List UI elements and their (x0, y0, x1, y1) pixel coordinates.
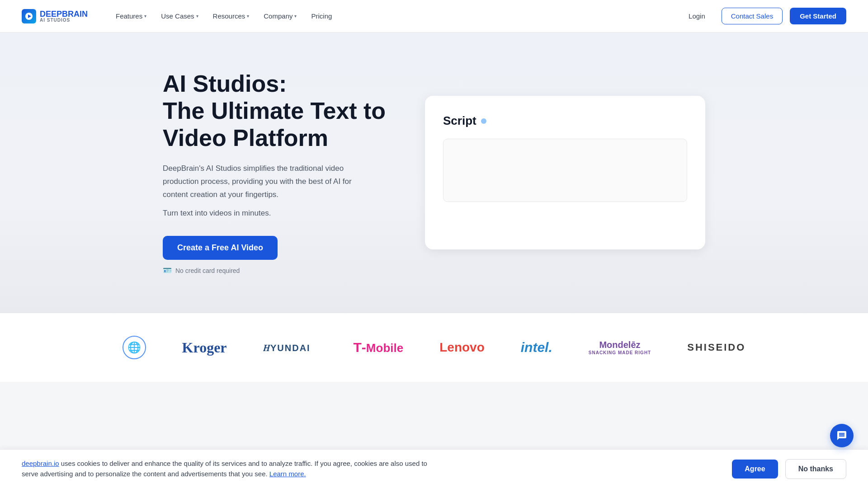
svg-text:𝐻YUNDAI: 𝐻YUNDAI (263, 343, 311, 353)
script-card: Script (425, 96, 705, 249)
logo-textgroup: DEEPBRAIN AI STUDIOS (40, 10, 88, 23)
brand-kroger: Kroger (182, 339, 227, 356)
hero-title-line1: AI Studios: (163, 70, 287, 97)
navbar: DEEPBRAIN AI STUDIOS Features ▾ Use Case… (0, 0, 868, 33)
cookie-banner: deepbrain.io uses cookies to deliver and… (0, 449, 868, 488)
hero-description: DeepBrain's AI Studios simplifies the tr… (163, 162, 353, 202)
no-credit-card-note: 🪪 No credit card required (163, 266, 389, 275)
cookie-learn-more-link[interactable]: Learn more. (269, 470, 306, 478)
nav-company-label: Company (264, 12, 292, 20)
no-card-text: No credit card required (175, 267, 240, 274)
hero-section: AI Studios: The Ultimate Text to Video P… (0, 33, 868, 313)
script-dot-indicator (481, 118, 486, 124)
brand-mondelez: Mondelēz SNACKING MADE RIGHT (589, 340, 651, 355)
brand-hyundai: 𝐻YUNDAI (263, 338, 317, 357)
company-chevron-icon: ▾ (294, 14, 297, 19)
navbar-left: DEEPBRAIN AI STUDIOS Features ▾ Use Case… (22, 9, 338, 23)
nav-use-cases[interactable]: Use Cases ▾ (155, 9, 204, 23)
navbar-right: Login Contact Sales Get Started (679, 8, 846, 24)
nav-links: Features ▾ Use Cases ▾ Resources ▾ Compa… (109, 9, 338, 23)
hero-tagline: Turn text into videos in minutes. (163, 209, 389, 218)
brand-globe: 🌐 (123, 336, 146, 359)
nav-resources[interactable]: Resources ▾ (207, 9, 256, 23)
hero-title-line3: Video Platform (163, 125, 328, 151)
script-label-text: Script (443, 114, 476, 128)
cookie-no-thanks-button[interactable]: No thanks (785, 459, 846, 479)
logo-sub-text: AI STUDIOS (40, 18, 88, 23)
create-video-button[interactable]: Create a Free AI Video (163, 236, 278, 260)
tmobile-logo: T‑Mobile (354, 340, 404, 355)
script-label-row: Script (443, 114, 687, 128)
cookie-site-link[interactable]: deepbrain.io (22, 460, 59, 467)
login-button[interactable]: Login (679, 9, 714, 23)
credit-card-icon: 🪪 (163, 266, 172, 275)
nav-use-cases-label: Use Cases (161, 12, 194, 20)
hero-title: AI Studios: The Ultimate Text to Video P… (163, 70, 389, 151)
script-textarea[interactable] (443, 139, 687, 202)
lenovo-logo: Lenovo (439, 340, 485, 355)
brand-intel: intel. (521, 340, 552, 355)
brands-section: 🌐 Kroger 𝐻YUNDAI T‑Mobile Lenovo intel. … (0, 313, 868, 382)
cookie-body-text: uses cookies to deliver and enhance the … (22, 460, 427, 478)
kroger-logo: Kroger (182, 339, 227, 356)
chat-bubble-button[interactable] (830, 424, 854, 447)
logo-brand-name: DEEPBRAIN (40, 10, 88, 18)
brand-tmobile: T‑Mobile (354, 340, 404, 355)
nav-company[interactable]: Company ▾ (257, 9, 303, 23)
logo[interactable]: DEEPBRAIN AI STUDIOS (22, 9, 88, 23)
chat-icon (836, 430, 847, 441)
intel-logo: intel. (521, 340, 552, 355)
brand-lenovo: Lenovo (439, 340, 485, 355)
nav-pricing[interactable]: Pricing (305, 9, 338, 23)
resources-chevron-icon: ▾ (247, 14, 249, 19)
shiseido-logo: SHISEIDO (687, 342, 745, 353)
cookie-text: deepbrain.io uses cookies to deliver and… (22, 459, 429, 479)
use-cases-chevron-icon: ▾ (196, 14, 198, 19)
cookie-agree-button[interactable]: Agree (732, 460, 778, 479)
logo-icon (22, 9, 36, 23)
nav-resources-label: Resources (213, 12, 245, 20)
hero-right: Script (425, 96, 705, 249)
cookie-actions: Agree No thanks (732, 459, 846, 479)
hero-left: AI Studios: The Ultimate Text to Video P… (163, 70, 389, 275)
get-started-button[interactable]: Get Started (790, 8, 846, 24)
features-chevron-icon: ▾ (144, 14, 146, 19)
hyundai-logo: 𝐻YUNDAI (263, 338, 317, 357)
nav-features-label: Features (116, 12, 142, 20)
mondelez-logo: Mondelēz SNACKING MADE RIGHT (589, 340, 651, 355)
hero-title-line2: The Ultimate Text to (163, 98, 386, 124)
nav-pricing-label: Pricing (311, 12, 332, 20)
contact-sales-button[interactable]: Contact Sales (722, 8, 783, 24)
brand-shiseido: SHISEIDO (687, 342, 745, 353)
nav-features[interactable]: Features ▾ (109, 9, 153, 23)
globe-icon: 🌐 (123, 336, 146, 359)
